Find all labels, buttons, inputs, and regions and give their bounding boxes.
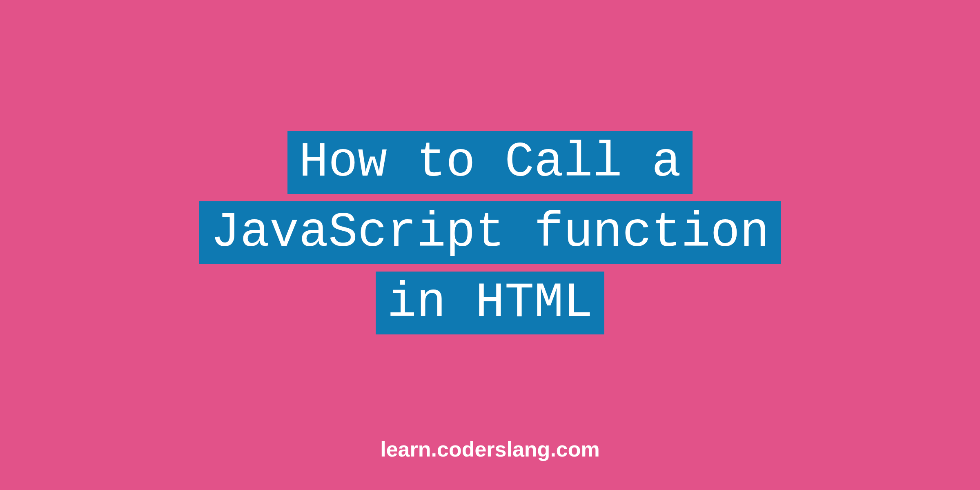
title-line-2: JavaScript function bbox=[199, 201, 781, 264]
title-line-1: How to Call a bbox=[287, 131, 693, 194]
footer-url: learn.coderslang.com bbox=[380, 437, 600, 461]
title-line-3: in HTML bbox=[376, 272, 604, 334]
page-title: How to Call a JavaScript function in HTM… bbox=[199, 131, 781, 334]
